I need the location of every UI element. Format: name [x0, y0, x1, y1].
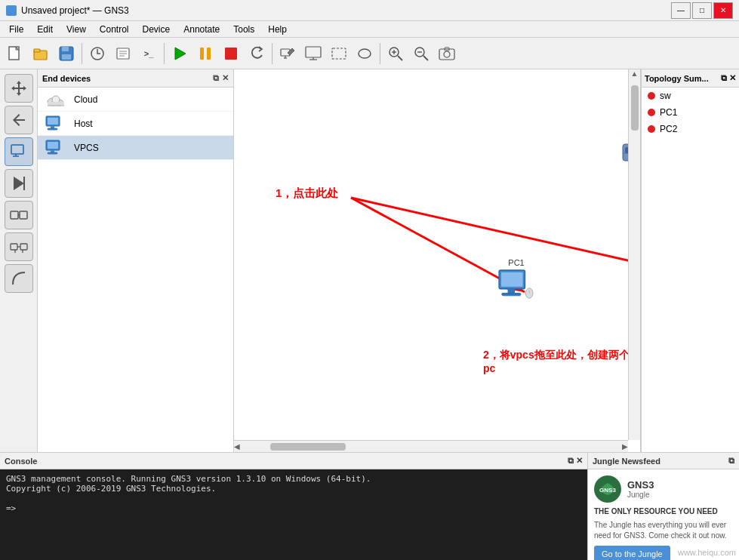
svg-rect-42 [20, 244, 27, 250]
monitor-btn[interactable] [301, 42, 325, 66]
panel-header-btns: ⧉ ✕ [213, 73, 229, 83]
jungle-title-block: GNS3 Jungle [627, 479, 654, 499]
save-btn[interactable] [54, 42, 79, 66]
maximize-btn[interactable]: □ [692, 2, 712, 19]
capture-box-btn[interactable] [327, 42, 351, 66]
svg-rect-19 [306, 47, 321, 57]
notes-btn[interactable] [111, 42, 135, 66]
menu-edit[interactable]: Edit [31, 23, 59, 36]
topo-item-pc2[interactable]: PC2 [642, 121, 739, 137]
link-btn[interactable] [5, 201, 33, 229]
console-line3 [6, 494, 581, 503]
zoom-in-btn[interactable] [383, 42, 408, 66]
menu-bar: File Edit View Control Device Annotate T… [0, 21, 739, 38]
panel-float-btn[interactable]: ⧉ [213, 73, 219, 83]
scroll-thumb-h[interactable] [270, 443, 346, 451]
new-btn[interactable] [3, 42, 27, 66]
console-btn[interactable]: >_ [137, 42, 161, 66]
minimize-btn[interactable]: — [671, 2, 691, 19]
canvas-scrollbar-h[interactable]: ◀ ▶ [234, 440, 628, 452]
pause-btn[interactable] [193, 42, 217, 66]
menu-view[interactable]: View [60, 23, 92, 36]
menu-device[interactable]: Device [137, 23, 177, 36]
topo-item-pc1[interactable]: PC1 [642, 104, 739, 121]
scroll-right-arrow[interactable]: ▶ [622, 442, 628, 451]
svg-rect-5 [62, 47, 69, 51]
topo-item-sw[interactable]: sw [642, 88, 739, 104]
topo-status-sw [648, 92, 655, 100]
curve-btn[interactable] [5, 264, 33, 293]
menu-control[interactable]: Control [94, 23, 135, 36]
title-bar: Unsaved project* — GNS3 — □ ✕ [0, 0, 739, 21]
sep1 [82, 43, 82, 64]
canvas-scrollbar-v[interactable]: ▲ [628, 69, 640, 440]
jungle-logo-row: GNS3 GNS3 Jungle [594, 475, 733, 503]
start-btn[interactable] [168, 42, 192, 66]
topo-header: Topology Sum... ⧉ ✕ [642, 69, 739, 88]
svg-point-66 [640, 156, 641, 159]
svg-rect-53 [51, 126, 54, 128]
svg-rect-56 [48, 142, 58, 149]
title-bar-text: Unsaved project* — GNS3 [21, 5, 129, 16]
menu-annotate[interactable]: Annotate [177, 23, 226, 36]
zoom-out-btn[interactable] [409, 42, 433, 66]
svg-rect-6 [62, 54, 71, 60]
pc1-label: PC1 [508, 258, 524, 267]
oval-btn[interactable] [353, 42, 377, 66]
menu-file[interactable]: File [3, 23, 29, 36]
cloud-label: Cloud [74, 94, 97, 105]
device-item-cloud[interactable]: Cloud [38, 88, 233, 112]
title-bar-controls: — □ ✕ [671, 2, 733, 19]
scroll-left-arrow[interactable]: ◀ [234, 442, 240, 451]
canvas-area[interactable]: 1，点击此处 sw PC1 [234, 69, 641, 452]
svg-line-28 [423, 56, 428, 60]
forward-btn[interactable] [5, 169, 33, 198]
annotation-1: 1，点击此处 [276, 186, 338, 201]
menu-tools[interactable]: Tools [227, 23, 260, 36]
close-btn[interactable]: ✕ [713, 2, 733, 19]
draw-btn[interactable] [5, 137, 33, 166]
bottom-area: Console ⧉ ✕ GNS3 management console. Run… [0, 452, 739, 560]
svg-rect-14 [207, 48, 211, 60]
svg-rect-15 [225, 48, 237, 60]
snapshot-btn[interactable] [85, 42, 109, 66]
console-float-btn[interactable]: ⧉ [568, 456, 574, 466]
console-header: Console ⧉ ✕ [0, 453, 587, 469]
open-btn[interactable] [29, 42, 53, 66]
jungle-brand: GNS3 [627, 479, 654, 491]
svg-point-31 [444, 51, 450, 57]
vpcs-label: VPCS [74, 143, 99, 153]
scroll-thumb-v[interactable] [631, 85, 639, 131]
console-prompt: => [6, 503, 581, 513]
move-mode-btn[interactable] [5, 74, 33, 103]
svg-rect-21 [332, 48, 346, 59]
vpcs-device-icon [45, 140, 66, 156]
svg-rect-33 [11, 145, 23, 154]
back-btn[interactable] [5, 106, 33, 134]
topo-float-btn[interactable]: ⧉ [721, 73, 727, 83]
panel-close-btn[interactable]: ✕ [222, 73, 229, 83]
topo-close-btn[interactable]: ✕ [729, 73, 736, 83]
route-btn[interactable] [5, 232, 33, 261]
jungle-btn[interactable]: Go to the Jungle [594, 546, 670, 560]
cloud-device-icon [45, 91, 66, 108]
device-item-vpcs[interactable]: VPCS [38, 136, 233, 160]
node-pc1[interactable]: PC1 [497, 258, 536, 300]
sep2 [164, 43, 165, 64]
svg-rect-41 [11, 244, 17, 250]
main-area: End devices ⧉ ✕ Cloud [0, 69, 739, 452]
menu-help[interactable]: Help [262, 23, 293, 36]
jungle-float-btn[interactable]: ⧉ [728, 456, 734, 466]
topo-label-sw: sw [660, 91, 671, 101]
scroll-up-arrow[interactable]: ▲ [631, 69, 639, 78]
console-close-btn[interactable]: ✕ [576, 456, 583, 466]
edit-node-btn[interactable] [276, 42, 300, 66]
app-icon [6, 5, 17, 16]
stop-btn[interactable] [219, 42, 243, 66]
svg-rect-13 [200, 48, 204, 60]
device-item-host[interactable]: Host [38, 112, 233, 136]
topo-status-pc1 [648, 109, 655, 116]
screenshot-btn[interactable] [435, 42, 459, 66]
reload-btn[interactable] [245, 42, 269, 66]
toolbar: >_ [0, 38, 739, 69]
